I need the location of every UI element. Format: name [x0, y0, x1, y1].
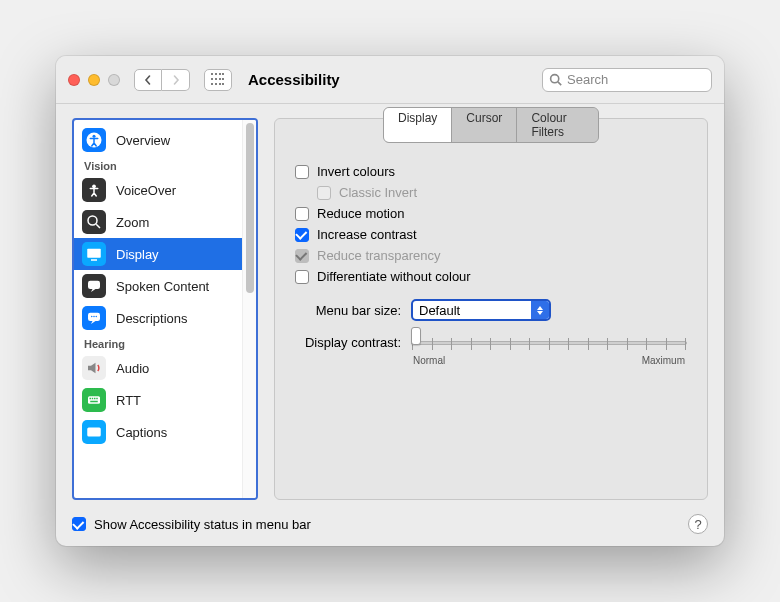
search-field[interactable]: Search	[542, 68, 712, 92]
forward-button[interactable]	[162, 69, 190, 91]
display-contrast-label: Display contrast:	[295, 333, 401, 350]
reduce-transparency-row: Reduce transparency	[295, 245, 687, 266]
checkbox-group: Invert colours Classic Invert Reduce mot…	[295, 161, 687, 287]
sidebar-item-display[interactable]: Display	[74, 238, 242, 270]
menu-bar-size-select[interactable]: Default	[411, 299, 551, 321]
differentiate-label: Differentiate without colour	[317, 269, 471, 284]
svg-point-4	[92, 184, 96, 188]
svg-rect-19	[90, 401, 98, 403]
invert-colours-checkbox[interactable]	[295, 165, 309, 179]
slider-thumb[interactable]	[411, 327, 421, 345]
overview-icon	[82, 128, 106, 152]
search-placeholder: Search	[567, 72, 608, 87]
reduce-motion-row: Reduce motion	[295, 203, 687, 224]
sidebar-item-descriptions[interactable]: Descriptions	[74, 302, 242, 334]
svg-rect-16	[92, 398, 94, 400]
svg-point-0	[551, 75, 559, 83]
preferences-window: Accessibility Search Overview Vision	[56, 56, 724, 546]
svg-rect-17	[94, 398, 96, 400]
sidebar-section-vision: Vision	[74, 156, 242, 174]
settings-panel: Display Cursor Colour Filters Invert col…	[274, 118, 708, 500]
sidebar-item-audio[interactable]: Audio	[74, 352, 242, 384]
increase-contrast-row: Increase contrast	[295, 224, 687, 245]
display-contrast-slider[interactable]	[411, 333, 687, 353]
svg-rect-20	[87, 428, 101, 437]
select-stepper-icon	[531, 301, 549, 319]
svg-rect-8	[91, 259, 97, 261]
titlebar: Accessibility Search	[56, 56, 724, 104]
svg-rect-14	[88, 396, 100, 404]
tab-display[interactable]: Display	[384, 108, 452, 142]
slider-min-label: Normal	[413, 355, 445, 366]
invert-colours-row: Invert colours	[295, 161, 687, 182]
menu-bar-size-value: Default	[419, 303, 460, 318]
svg-rect-15	[90, 398, 92, 400]
svg-point-13	[96, 316, 98, 318]
sidebar: Overview Vision VoiceOver Zoom	[72, 118, 258, 500]
zoom-icon	[82, 210, 106, 234]
sidebar-item-label: Spoken Content	[116, 279, 209, 294]
scrollbar-thumb[interactable]	[246, 123, 254, 293]
sidebar-item-spoken-content[interactable]: Spoken Content	[74, 270, 242, 302]
svg-point-11	[91, 316, 93, 318]
svg-rect-18	[96, 398, 98, 400]
sidebar-item-label: VoiceOver	[116, 183, 176, 198]
voiceover-icon	[82, 178, 106, 202]
content-area: Display Cursor Colour Filters Invert col…	[274, 118, 708, 500]
reduce-transparency-checkbox	[295, 249, 309, 263]
sidebar-item-overview[interactable]: Overview	[74, 124, 242, 156]
menu-bar-size-row: Menu bar size: Default	[295, 299, 687, 321]
increase-contrast-checkbox[interactable]	[295, 228, 309, 242]
descriptions-icon	[82, 306, 106, 330]
window-body: Overview Vision VoiceOver Zoom	[56, 104, 724, 508]
sidebar-section-hearing: Hearing	[74, 334, 242, 352]
footer: Show Accessibility status in menu bar ?	[56, 508, 724, 546]
back-button[interactable]	[134, 69, 162, 91]
sidebar-item-label: Display	[116, 247, 159, 262]
differentiate-row: Differentiate without colour	[295, 266, 687, 287]
svg-point-3	[93, 135, 96, 138]
audio-icon	[82, 356, 106, 380]
tab-bar: Display Cursor Colour Filters	[383, 107, 599, 143]
svg-point-5	[88, 216, 97, 225]
display-icon	[82, 242, 106, 266]
minimize-button[interactable]	[88, 74, 100, 86]
sidebar-item-voiceover[interactable]: VoiceOver	[74, 174, 242, 206]
zoom-button[interactable]	[108, 74, 120, 86]
sidebar-item-zoom[interactable]: Zoom	[74, 206, 242, 238]
sidebar-item-label: Zoom	[116, 215, 149, 230]
nav-buttons	[134, 69, 190, 91]
sidebar-item-label: Audio	[116, 361, 149, 376]
classic-invert-checkbox	[317, 186, 331, 200]
slider-labels: Normal Maximum	[411, 355, 687, 366]
sidebar-item-label: Descriptions	[116, 311, 188, 326]
sidebar-item-label: Overview	[116, 133, 170, 148]
classic-invert-label: Classic Invert	[339, 185, 417, 200]
sidebar-item-label: RTT	[116, 393, 141, 408]
reduce-transparency-label: Reduce transparency	[317, 248, 441, 263]
tab-cursor[interactable]: Cursor	[452, 108, 517, 142]
invert-colours-label: Invert colours	[317, 164, 395, 179]
increase-contrast-label: Increase contrast	[317, 227, 417, 242]
differentiate-checkbox[interactable]	[295, 270, 309, 284]
show-status-label: Show Accessibility status in menu bar	[94, 517, 311, 532]
close-button[interactable]	[68, 74, 80, 86]
window-controls	[68, 74, 120, 86]
menu-bar-size-label: Menu bar size:	[295, 303, 401, 318]
slider-max-label: Maximum	[642, 355, 685, 366]
search-icon	[549, 73, 562, 86]
svg-rect-7	[87, 249, 101, 258]
classic-invert-row: Classic Invert	[317, 182, 687, 203]
show-all-button[interactable]	[204, 69, 232, 91]
help-button[interactable]: ?	[688, 514, 708, 534]
sidebar-item-rtt[interactable]: RTT	[74, 384, 242, 416]
sidebar-scrollbar[interactable]	[242, 120, 256, 498]
captions-icon	[82, 420, 106, 444]
tab-colour-filters[interactable]: Colour Filters	[517, 108, 598, 142]
sidebar-item-captions[interactable]: Captions	[74, 416, 242, 448]
show-status-checkbox[interactable]	[72, 517, 86, 531]
sidebar-item-label: Captions	[116, 425, 167, 440]
spoken-content-icon	[82, 274, 106, 298]
reduce-motion-checkbox[interactable]	[295, 207, 309, 221]
svg-rect-9	[88, 281, 100, 289]
